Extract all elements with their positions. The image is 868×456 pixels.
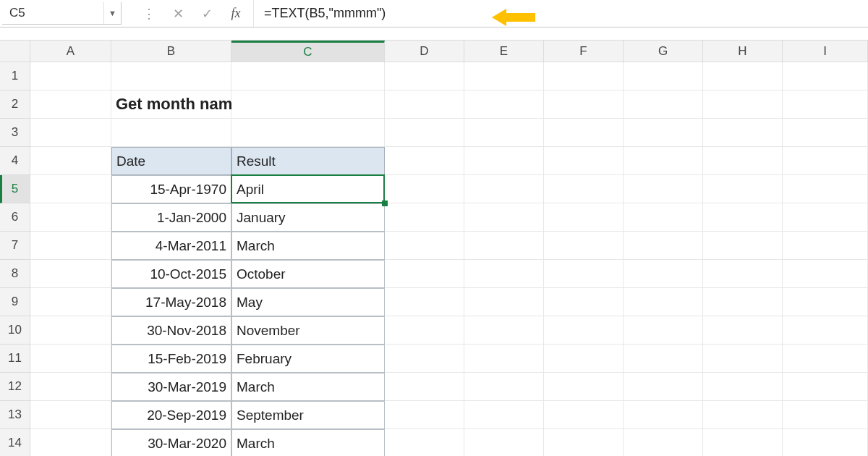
cell-F14[interactable] xyxy=(544,429,624,456)
cell-G4[interactable] xyxy=(624,147,703,175)
cell-D12[interactable] xyxy=(385,373,464,401)
row-header-7[interactable]: 7 xyxy=(0,232,30,260)
cell-E5[interactable] xyxy=(464,175,544,203)
cell-F3[interactable] xyxy=(544,119,624,147)
row-header-8[interactable]: 8 xyxy=(0,260,30,288)
cell-H14[interactable] xyxy=(703,429,783,456)
cell-D13[interactable] xyxy=(385,401,464,429)
cell-A10[interactable] xyxy=(30,316,111,345)
cell-C14[interactable]: March xyxy=(231,429,385,456)
cell-E12[interactable] xyxy=(464,373,544,401)
cell-C3[interactable] xyxy=(231,119,385,147)
cell-I11[interactable] xyxy=(783,345,868,373)
cell-G3[interactable] xyxy=(624,119,703,147)
cell-B13[interactable]: 20-Sep-2019 xyxy=(111,401,231,429)
row-header-2[interactable]: 2 xyxy=(0,90,30,119)
cell-D4[interactable] xyxy=(385,147,464,175)
cell-C13[interactable]: September xyxy=(231,401,385,429)
cell-E9[interactable] xyxy=(464,288,544,316)
cell-B1[interactable] xyxy=(111,62,231,90)
cell-H9[interactable] xyxy=(703,288,783,316)
cell-B14[interactable]: 30-Mar-2020 xyxy=(111,429,231,456)
cell-I10[interactable] xyxy=(783,316,868,345)
cell-B5[interactable]: 15-Apr-1970 xyxy=(111,175,231,203)
fx-icon[interactable]: fx xyxy=(221,0,250,27)
cell-F10[interactable] xyxy=(544,316,624,345)
cell-E1[interactable] xyxy=(464,62,544,90)
cell-A14[interactable] xyxy=(30,429,111,456)
cell-D3[interactable] xyxy=(385,119,464,147)
row-header-14[interactable]: 14 xyxy=(0,429,30,456)
cell-E8[interactable] xyxy=(464,260,544,288)
cell-G11[interactable] xyxy=(624,345,703,373)
cell-G13[interactable] xyxy=(624,401,703,429)
col-header-I[interactable]: I xyxy=(783,41,868,62)
col-header-G[interactable]: G xyxy=(624,41,703,62)
cell-C8[interactable]: October xyxy=(231,260,385,288)
cell-C7[interactable]: March xyxy=(231,232,385,260)
cell-H2[interactable] xyxy=(703,90,783,119)
cell-A4[interactable] xyxy=(30,147,111,175)
cell-D7[interactable] xyxy=(385,232,464,260)
cell-A5[interactable] xyxy=(30,175,111,203)
cell-I13[interactable] xyxy=(783,401,868,429)
cell-F7[interactable] xyxy=(544,232,624,260)
cell-E10[interactable] xyxy=(464,316,544,345)
cell-A12[interactable] xyxy=(30,373,111,401)
cell-G2[interactable] xyxy=(624,90,703,119)
cell-A3[interactable] xyxy=(30,119,111,147)
cell-F11[interactable] xyxy=(544,345,624,373)
row-header-4[interactable]: 4 xyxy=(0,147,30,175)
cell-F8[interactable] xyxy=(544,260,624,288)
col-header-F[interactable]: F xyxy=(544,41,624,62)
cell-B2[interactable]: Get month name from date xyxy=(111,90,231,119)
name-box-value[interactable]: C5 xyxy=(2,2,103,24)
cell-G7[interactable] xyxy=(624,232,703,260)
cell-H7[interactable] xyxy=(703,232,783,260)
cell-H10[interactable] xyxy=(703,316,783,345)
cell-I6[interactable] xyxy=(783,203,868,232)
cell-C11[interactable]: February xyxy=(231,345,385,373)
col-header-E[interactable]: E xyxy=(464,41,544,62)
cell-E13[interactable] xyxy=(464,401,544,429)
cell-G8[interactable] xyxy=(624,260,703,288)
cancel-icon[interactable]: ✕ xyxy=(163,0,192,27)
cell-G9[interactable] xyxy=(624,288,703,316)
cell-F4[interactable] xyxy=(544,147,624,175)
cell-F6[interactable] xyxy=(544,203,624,232)
cell-D14[interactable] xyxy=(385,429,464,456)
cell-I2[interactable] xyxy=(783,90,868,119)
cell-C6[interactable]: January xyxy=(231,203,385,232)
cell-I1[interactable] xyxy=(783,62,868,90)
cell-A7[interactable] xyxy=(30,232,111,260)
cell-A2[interactable] xyxy=(30,90,111,119)
cell-B8[interactable]: 10-Oct-2015 xyxy=(111,260,231,288)
cell-B6[interactable]: 1-Jan-2000 xyxy=(111,203,231,232)
enter-icon[interactable]: ✓ xyxy=(192,0,221,27)
cell-E4[interactable] xyxy=(464,147,544,175)
col-header-C[interactable]: C xyxy=(231,41,385,62)
cell-I7[interactable] xyxy=(783,232,868,260)
row-header-13[interactable]: 13 xyxy=(0,401,30,429)
cell-C9[interactable]: May xyxy=(231,288,385,316)
cell-D1[interactable] xyxy=(385,62,464,90)
cell-F1[interactable] xyxy=(544,62,624,90)
cell-I14[interactable] xyxy=(783,429,868,456)
col-header-D[interactable]: D xyxy=(385,41,464,62)
cell-D2[interactable] xyxy=(385,90,464,119)
select-all-corner[interactable] xyxy=(0,41,30,62)
cell-I3[interactable] xyxy=(783,119,868,147)
formula-input[interactable]: =TEXT(B5,"mmmm") xyxy=(253,0,868,27)
cell-E11[interactable] xyxy=(464,345,544,373)
name-box-dropdown-icon[interactable]: ▼ xyxy=(103,2,121,24)
cell-H4[interactable] xyxy=(703,147,783,175)
cell-E14[interactable] xyxy=(464,429,544,456)
cell-A8[interactable] xyxy=(30,260,111,288)
cell-G12[interactable] xyxy=(624,373,703,401)
cell-D6[interactable] xyxy=(385,203,464,232)
cell-G1[interactable] xyxy=(624,62,703,90)
cell-G5[interactable] xyxy=(624,175,703,203)
cell-C4[interactable]: Result xyxy=(231,147,385,175)
cell-F5[interactable] xyxy=(544,175,624,203)
cell-D9[interactable] xyxy=(385,288,464,316)
